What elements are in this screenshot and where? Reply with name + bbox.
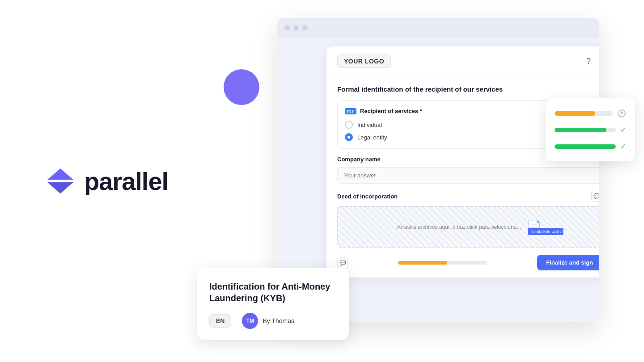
file-upload-area[interactable]: Arrastra archivos aquí, o haz click para… — [337, 206, 599, 248]
info-meta: EN TM By Thomas — [209, 313, 336, 329]
author-name: By Thomas — [263, 317, 294, 324]
help-icon[interactable]: ? — [586, 57, 591, 66]
progress-row-1: 🕐 — [555, 109, 626, 118]
browser-dot-2 — [293, 25, 299, 30]
progress-fill-green-1 — [555, 128, 606, 132]
progress-row-2: ✓ — [555, 126, 626, 134]
company-name-input[interactable] — [337, 167, 599, 184]
int-badge: INT — [345, 108, 356, 114]
radio-circle-legal-entity[interactable] — [345, 133, 353, 141]
browser-dot-1 — [284, 25, 290, 30]
check-icon-2: ✓ — [620, 142, 626, 151]
deed-section: Deed of incorporation 💬 Arrastra archivo… — [337, 191, 599, 248]
progress-track-1 — [555, 111, 613, 116]
clock-icon: 🕐 — [617, 109, 626, 118]
progress-bar-bottom — [398, 261, 487, 265]
deed-header: Deed of incorporation 💬 — [337, 191, 599, 202]
deed-label: Deed of incorporation — [337, 193, 398, 200]
file-tooltip: Nombre de tu archivo.pd... — [528, 228, 564, 235]
form-title: Formal identification of the recipient o… — [326, 76, 599, 100]
form-card: YOUR LOGO ? ↓ Formal identification of t… — [326, 46, 599, 278]
radio-label-individual: Individual — [357, 122, 382, 128]
info-card-title: Identification for Anti-Money Laundering… — [209, 281, 336, 304]
author-info: TM By Thomas — [242, 313, 294, 329]
check-icon-1: ✓ — [620, 126, 626, 134]
progress-fill — [398, 261, 447, 265]
browser-bar — [277, 18, 599, 38]
progress-fill-green-2 — [555, 144, 616, 149]
radio-circle-individual[interactable] — [345, 121, 353, 129]
header-icons: ? ↓ — [586, 57, 599, 66]
finalize-sign-button[interactable]: Finalize and sign — [537, 255, 599, 270]
download-icon[interactable]: ↓ — [598, 57, 599, 66]
browser-dot-3 — [302, 25, 308, 30]
diamond-stripe — [49, 180, 72, 182]
author-avatar: TM — [242, 313, 258, 329]
brand-name: parallel — [84, 167, 168, 196]
decorative-circle — [224, 69, 259, 105]
your-logo-badge: YOUR LOGO — [337, 55, 391, 68]
logo-icon — [45, 165, 76, 197]
recipient-label: Recipient of services * — [360, 108, 422, 114]
bottom-bar: 💬 Finalize and sign — [337, 255, 599, 270]
progress-panel: 🕐 ✓ ✓ — [546, 98, 635, 161]
diamond-top-icon — [47, 168, 74, 180]
progress-track-3 — [555, 144, 616, 149]
progress-row-3: ✓ — [555, 142, 626, 151]
parallel-logo: parallel — [45, 165, 168, 197]
language-badge: EN — [209, 314, 231, 328]
file-icon-wrap: 📄 Nombre de tu archivo.pd... — [526, 219, 542, 234]
comment-icon-deed[interactable]: 💬 — [591, 191, 599, 202]
comment-icon-bottom[interactable]: 💬 — [337, 257, 348, 268]
form-header: YOUR LOGO ? ↓ — [326, 46, 599, 76]
progress-track-2 — [555, 128, 616, 132]
file-upload-text: Arrastra archivos aquí, o haz click para… — [397, 224, 521, 230]
radio-label-legal-entity: Legal entity — [357, 134, 387, 141]
progress-fill-yellow — [555, 111, 595, 116]
info-card: Identification for Anti-Money Laundering… — [197, 268, 349, 340]
diamond-bottom-icon — [47, 182, 74, 194]
